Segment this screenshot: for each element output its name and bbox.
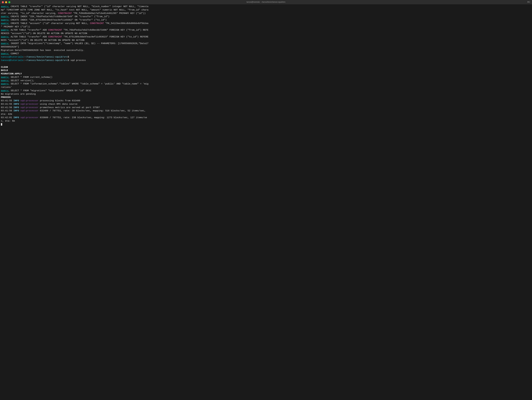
minimize-button[interactable] <box>5 1 7 3</box>
terminal-line: query: INSERT INTO "migrations"("timesta… <box>1 42 531 49</box>
terminal-cursor-line <box>1 123 531 126</box>
terminal-line: query: SELECT version(); <box>1 79 531 83</box>
terminal-line: Migration Data1700556092020 has been exe… <box>1 49 531 52</box>
window-shortcut: ⌘2 <box>527 1 530 3</box>
terminal-line: query: CREATE INDEX "IDX_76bdfed1a7eb27c… <box>1 15 531 18</box>
traffic-lights <box>2 1 10 3</box>
terminal-log-line: 03:42:01 INFO sqd:processor 633609 / 707… <box>1 116 531 123</box>
terminal-line: query: ALTER TABLE "transfer" ADD CONSTR… <box>1 28 531 35</box>
terminal-window: tanssi@tutorials: ~/tanssi/kevin/tanssi-… <box>0 0 532 400</box>
terminal-prompt: tanssi@tutorials:~/tanssi/kevin/tanssi-s… <box>1 55 531 59</box>
maximize-button[interactable] <box>8 1 10 3</box>
terminal-line: CLEAN <box>1 66 531 69</box>
terminal-log-line: 03:41:56 INFO sqd:processor 632409 / 707… <box>1 109 531 116</box>
terminal-line: No migrations are pending <box>1 92 531 96</box>
terminal-line: query: CREATE TABLE "transfer" ("id" cha… <box>1 5 531 15</box>
terminal-prompt: tanssi@tutorials:~/tanssi/kevin/tanssi-s… <box>1 59 531 62</box>
terminal-content[interactable]: query: CREATE TABLE "transfer" ("id" cha… <box>0 4 532 400</box>
terminal-line: query: CREATE INDEX "IDX_0751309c66e97ea… <box>1 18 531 22</box>
terminal-log-line: 03:41:56 INFO sqd:processor prometheus m… <box>1 106 531 109</box>
terminal-line <box>1 62 531 66</box>
cursor <box>1 123 2 126</box>
terminal-line: query: CREATE TABLE "account" ("id" char… <box>1 22 531 29</box>
terminal-line: query: SELECT * FROM current_schema() <box>1 76 531 79</box>
close-button[interactable] <box>2 1 4 3</box>
titlebar: tanssi@tutorials: ~/tanssi/kevin/tanssi-… <box>0 0 532 4</box>
terminal-line: BUILD <box>1 69 531 72</box>
terminal-line: query: SELECT * FROM "information_schema… <box>1 82 531 89</box>
terminal-log-line: 03:41:55 INFO sqd:processor using chain … <box>1 103 531 106</box>
window-title: tanssi@tutorials: ~/tanssi/kevin/tanssi-… <box>247 1 285 3</box>
terminal-log-line: 03:41:55 INFO sqd:processor processing b… <box>1 99 531 103</box>
terminal-line: query: ALTER TABLE "transfer" ADD CONSTR… <box>1 35 531 42</box>
terminal-line: PROCESS <box>1 96 531 99</box>
terminal-line: query: SELECT * FROM "migrations" "migra… <box>1 89 531 92</box>
terminal-line: MIGRATION:APPLY <box>1 72 531 76</box>
terminal-line: query: COMMIT <box>1 52 531 56</box>
